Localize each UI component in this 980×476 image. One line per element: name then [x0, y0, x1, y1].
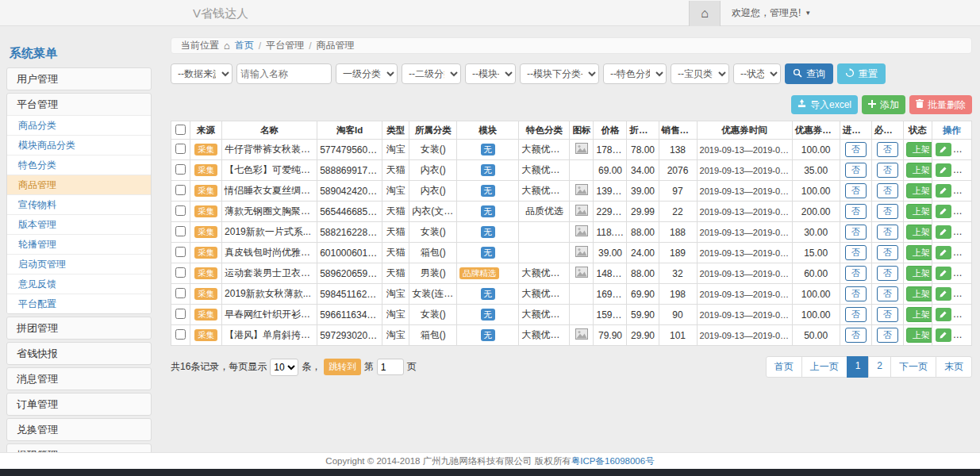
sidebar-subitem[interactable]: 宣传物料 — [7, 194, 151, 214]
sidebar-subitem[interactable]: 轮播管理 — [7, 234, 151, 254]
status-button[interactable]: 上架 — [906, 163, 932, 177]
sidebar-item[interactable]: 平台管理 — [7, 94, 151, 115]
row-checkbox[interactable] — [175, 185, 186, 195]
user-menu[interactable]: 欢迎您，管理员! ▼ — [732, 6, 811, 20]
filter-select-module-subcategory[interactable]: --模块下分类-- — [520, 63, 599, 84]
status-button[interactable]: 上架 — [906, 286, 932, 301]
must-buy-toggle[interactable]: 否 — [877, 286, 898, 301]
page-button[interactable]: 首页 — [766, 356, 802, 378]
status-button[interactable]: 上架 — [906, 183, 932, 198]
icp-link[interactable]: 粤ICP备16098006号 — [571, 456, 655, 466]
status-button[interactable]: 上架 — [906, 204, 932, 218]
filter-select-category-level2[interactable]: --二级分类-- — [402, 63, 461, 84]
edit-button[interactable] — [936, 225, 951, 239]
must-buy-toggle[interactable]: 否 — [877, 225, 898, 239]
must-buy-toggle[interactable]: 否 — [877, 266, 898, 280]
sidebar-item[interactable]: 提现管理 — [7, 444, 151, 452]
edit-button[interactable] — [936, 143, 951, 156]
add-button[interactable]: 添加 — [862, 95, 905, 114]
import-optional-toggle[interactable]: 否 — [845, 286, 867, 301]
reset-button[interactable]: 重置 — [837, 63, 886, 84]
page-button[interactable]: 下一页 — [890, 356, 936, 378]
filter-select-data-source[interactable]: --数据来源-- — [171, 63, 233, 84]
sidebar-item[interactable]: 消息管理 — [7, 368, 151, 390]
filter-select-status[interactable]: --状态-- — [733, 63, 781, 84]
must-buy-toggle[interactable]: 否 — [877, 163, 898, 177]
row-checkbox[interactable] — [175, 309, 186, 319]
edit-button[interactable] — [936, 246, 951, 259]
sidebar-subitem[interactable]: 模块商品分类 — [7, 135, 151, 155]
sidebar-subitem[interactable]: 商品分类 — [7, 115, 151, 135]
sidebar-subitem[interactable]: 启动页管理 — [7, 254, 151, 274]
page-button[interactable]: 上一页 — [801, 356, 847, 378]
import-optional-toggle[interactable]: 否 — [845, 204, 867, 218]
status-button[interactable]: 上架 — [906, 307, 932, 321]
edit-button[interactable] — [936, 267, 951, 280]
row-checkbox[interactable] — [175, 247, 186, 257]
row-checkbox[interactable] — [175, 267, 186, 278]
edit-button[interactable] — [936, 184, 951, 198]
sidebar-subitem[interactable]: 特色分类 — [7, 155, 151, 175]
row-checkbox[interactable] — [175, 329, 186, 340]
sidebar-item[interactable]: 拼团管理 — [7, 317, 151, 339]
sidebar-subitem-active[interactable]: 商品管理 — [7, 175, 151, 194]
status-button[interactable]: 上架 — [906, 328, 932, 342]
filter-select-item-type[interactable]: --宝贝类型-- — [671, 63, 729, 84]
row-checkbox[interactable] — [175, 144, 186, 154]
import-optional-toggle[interactable]: 否 — [845, 245, 867, 259]
must-buy-toggle[interactable]: 否 — [877, 183, 898, 198]
sidebar-subitem[interactable]: 版本管理 — [7, 214, 151, 234]
row-checkbox[interactable] — [175, 226, 186, 236]
import-optional-toggle[interactable]: 否 — [845, 163, 867, 177]
page-button[interactable]: 末页 — [936, 356, 972, 378]
cell-discount-price: 24.00 — [627, 243, 659, 263]
import-optional-toggle[interactable]: 否 — [845, 307, 867, 321]
status-button[interactable]: 上架 — [906, 266, 932, 280]
must-buy-toggle[interactable]: 否 — [877, 328, 898, 342]
import-optional-toggle[interactable]: 否 — [845, 225, 867, 239]
edit-button[interactable] — [936, 287, 951, 301]
must-buy-toggle[interactable]: 否 — [877, 307, 898, 321]
filter-select-feature-category[interactable]: --特色分类-- — [603, 63, 667, 84]
must-buy-toggle[interactable]: 否 — [877, 142, 898, 156]
row-checkbox[interactable] — [175, 288, 186, 298]
select-all-checkbox[interactable] — [175, 125, 186, 135]
import-optional-toggle[interactable]: 否 — [845, 142, 867, 156]
import-optional-toggle[interactable]: 否 — [845, 266, 867, 280]
edit-button[interactable] — [936, 328, 951, 342]
breadcrumb-home-link[interactable]: 首页 — [235, 39, 254, 52]
page-button-active[interactable]: 1 — [847, 356, 870, 378]
row-checkbox[interactable] — [175, 164, 186, 175]
import-optional-toggle[interactable]: 否 — [845, 183, 867, 198]
status-button[interactable]: 上架 — [906, 245, 932, 259]
edit-button[interactable] — [936, 308, 951, 321]
must-buy-toggle[interactable]: 否 — [877, 245, 898, 259]
sidebar-item[interactable]: 用户管理 — [7, 68, 151, 90]
search-button[interactable]: 查询 — [785, 63, 833, 84]
filter-name-input[interactable] — [236, 63, 332, 84]
row-checkbox[interactable] — [175, 205, 186, 216]
cell-sales: 22 — [659, 202, 697, 222]
cell-product-name: 【七色彩】可爱纯棉家... — [222, 160, 317, 181]
sidebar-item[interactable]: 订单管理 — [7, 393, 151, 415]
must-buy-toggle[interactable]: 否 — [877, 204, 898, 218]
edit-button[interactable] — [936, 163, 951, 177]
status-button[interactable]: 上架 — [906, 225, 932, 239]
sidebar-item[interactable]: 兑换管理 — [7, 419, 151, 440]
sidebar-subitem[interactable]: 平台配置 — [7, 294, 151, 313]
filter-select-module[interactable]: --模块-- — [465, 63, 516, 84]
import-optional-toggle[interactable]: 否 — [845, 328, 867, 342]
page-button[interactable]: 2 — [868, 356, 891, 378]
edit-button[interactable] — [936, 205, 951, 218]
jump-button[interactable]: 跳转到 — [324, 359, 361, 375]
sidebar-subitem[interactable]: 意见反馈 — [7, 274, 151, 294]
home-button[interactable]: ⌂ — [689, 1, 721, 26]
status-button[interactable]: 上架 — [906, 142, 932, 156]
per-page-select[interactable]: 10 — [270, 359, 298, 376]
batch-delete-button[interactable]: 批量删除 — [909, 95, 972, 114]
cell-price: 69.00 — [594, 160, 627, 181]
filter-select-category-level1[interactable]: 一级分类 — [336, 63, 398, 84]
import-excel-button[interactable]: 导入excel — [791, 95, 858, 114]
page-number-input[interactable] — [377, 359, 404, 375]
sidebar-item[interactable]: 省钱快报 — [7, 343, 151, 364]
